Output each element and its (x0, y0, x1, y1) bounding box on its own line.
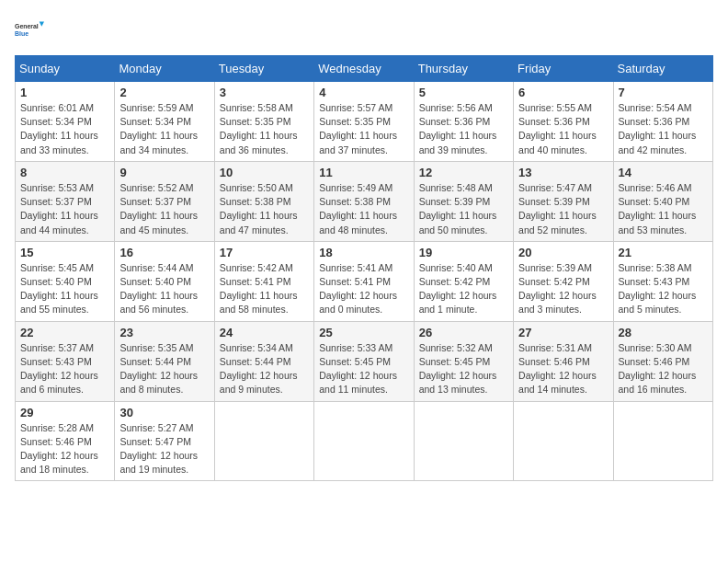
day-info: Sunrise: 5:59 AMSunset: 5:34 PMDaylight:… (119, 101, 209, 157)
calendar-day-cell (514, 401, 613, 481)
day-number: 2 (119, 86, 209, 99)
day-info: Sunrise: 5:55 AMSunset: 5:36 PMDaylight:… (518, 101, 608, 157)
calendar-day-cell: 5 Sunrise: 5:56 AMSunset: 5:36 PMDayligh… (414, 82, 513, 162)
day-info: Sunrise: 5:27 AMSunset: 5:47 PMDaylight:… (119, 421, 209, 477)
day-info: Sunrise: 5:47 AMSunset: 5:39 PMDaylight:… (518, 181, 608, 237)
day-header-friday: Friday (514, 56, 613, 82)
day-number: 27 (518, 326, 608, 339)
day-header-monday: Monday (115, 56, 214, 82)
day-info: Sunrise: 5:44 AMSunset: 5:40 PMDaylight:… (119, 261, 209, 317)
day-info: Sunrise: 5:32 AMSunset: 5:45 PMDaylight:… (419, 341, 508, 397)
day-header-sunday: Sunday (16, 56, 115, 82)
calendar-header-row: SundayMondayTuesdayWednesdayThursdayFrid… (16, 56, 713, 82)
day-info: Sunrise: 5:52 AMSunset: 5:37 PMDaylight:… (119, 181, 209, 237)
day-number: 11 (319, 166, 408, 179)
calendar-day-cell (214, 401, 313, 481)
day-info: Sunrise: 5:28 AMSunset: 5:46 PMDaylight:… (20, 421, 109, 477)
calendar-day-cell: 2 Sunrise: 5:59 AMSunset: 5:34 PMDayligh… (115, 82, 214, 162)
svg-text:Blue: Blue (15, 30, 28, 37)
calendar-day-cell: 16 Sunrise: 5:44 AMSunset: 5:40 PMDaylig… (115, 241, 214, 321)
calendar-day-cell: 7 Sunrise: 5:54 AMSunset: 5:36 PMDayligh… (613, 82, 712, 162)
logo: General Blue (15, 15, 44, 44)
day-info: Sunrise: 5:45 AMSunset: 5:40 PMDaylight:… (20, 261, 109, 317)
calendar-day-cell: 30 Sunrise: 5:27 AMSunset: 5:47 PMDaylig… (115, 401, 214, 481)
calendar-day-cell: 20 Sunrise: 5:39 AMSunset: 5:42 PMDaylig… (514, 241, 613, 321)
day-number: 9 (119, 166, 209, 179)
calendar-day-cell: 25 Sunrise: 5:33 AMSunset: 5:45 PMDaylig… (314, 321, 414, 401)
day-number: 10 (220, 166, 309, 179)
day-number: 7 (619, 86, 708, 99)
day-info: Sunrise: 5:38 AMSunset: 5:43 PMDaylight:… (619, 261, 708, 317)
calendar-day-cell: 8 Sunrise: 5:53 AMSunset: 5:37 PMDayligh… (16, 161, 115, 241)
calendar-day-cell: 12 Sunrise: 5:48 AMSunset: 5:39 PMDaylig… (414, 161, 513, 241)
calendar-day-cell: 4 Sunrise: 5:57 AMSunset: 5:35 PMDayligh… (314, 82, 414, 162)
calendar-day-cell: 22 Sunrise: 5:37 AMSunset: 5:43 PMDaylig… (16, 321, 115, 401)
calendar-week-row: 22 Sunrise: 5:37 AMSunset: 5:43 PMDaylig… (16, 321, 713, 401)
day-info: Sunrise: 5:53 AMSunset: 5:37 PMDaylight:… (20, 181, 109, 237)
calendar-week-row: 1 Sunrise: 6:01 AMSunset: 5:34 PMDayligh… (16, 82, 713, 162)
day-number: 4 (319, 86, 408, 99)
day-number: 22 (20, 326, 109, 339)
calendar-day-cell: 26 Sunrise: 5:32 AMSunset: 5:45 PMDaylig… (414, 321, 513, 401)
day-header-tuesday: Tuesday (214, 56, 313, 82)
day-number: 18 (319, 246, 408, 259)
day-info: Sunrise: 5:40 AMSunset: 5:42 PMDaylight:… (419, 261, 508, 317)
day-info: Sunrise: 5:35 AMSunset: 5:44 PMDaylight:… (119, 341, 209, 397)
calendar-day-cell: 19 Sunrise: 5:40 AMSunset: 5:42 PMDaylig… (414, 241, 513, 321)
day-number: 1 (20, 86, 109, 99)
day-number: 26 (419, 326, 508, 339)
calendar-day-cell: 6 Sunrise: 5:55 AMSunset: 5:36 PMDayligh… (514, 82, 613, 162)
day-header-saturday: Saturday (613, 56, 712, 82)
day-header-thursday: Thursday (414, 56, 513, 82)
day-number: 21 (619, 246, 708, 259)
day-number: 12 (419, 166, 508, 179)
day-info: Sunrise: 5:39 AMSunset: 5:42 PMDaylight:… (518, 261, 608, 317)
day-header-wednesday: Wednesday (314, 56, 414, 82)
calendar-day-cell: 17 Sunrise: 5:42 AMSunset: 5:41 PMDaylig… (214, 241, 313, 321)
calendar-day-cell: 3 Sunrise: 5:58 AMSunset: 5:35 PMDayligh… (214, 82, 313, 162)
day-number: 29 (20, 406, 109, 419)
day-number: 5 (419, 86, 508, 99)
calendar-day-cell: 27 Sunrise: 5:31 AMSunset: 5:46 PMDaylig… (514, 321, 613, 401)
calendar-day-cell: 21 Sunrise: 5:38 AMSunset: 5:43 PMDaylig… (613, 241, 712, 321)
svg-text:General: General (15, 23, 39, 29)
calendar-day-cell: 28 Sunrise: 5:30 AMSunset: 5:46 PMDaylig… (613, 321, 712, 401)
calendar-day-cell: 15 Sunrise: 5:45 AMSunset: 5:40 PMDaylig… (16, 241, 115, 321)
day-number: 16 (119, 246, 209, 259)
day-info: Sunrise: 5:46 AMSunset: 5:40 PMDaylight:… (619, 181, 708, 237)
day-info: Sunrise: 5:54 AMSunset: 5:36 PMDaylight:… (619, 101, 708, 157)
day-number: 24 (220, 326, 309, 339)
calendar-day-cell: 13 Sunrise: 5:47 AMSunset: 5:39 PMDaylig… (514, 161, 613, 241)
day-info: Sunrise: 5:30 AMSunset: 5:46 PMDaylight:… (619, 341, 708, 397)
day-number: 15 (20, 246, 109, 259)
calendar-day-cell: 1 Sunrise: 6:01 AMSunset: 5:34 PMDayligh… (16, 82, 115, 162)
calendar-day-cell: 23 Sunrise: 5:35 AMSunset: 5:44 PMDaylig… (115, 321, 214, 401)
day-info: Sunrise: 5:58 AMSunset: 5:35 PMDaylight:… (220, 101, 309, 157)
day-number: 28 (619, 326, 708, 339)
calendar-day-cell (414, 401, 513, 481)
calendar-day-cell: 9 Sunrise: 5:52 AMSunset: 5:37 PMDayligh… (115, 161, 214, 241)
calendar-week-row: 8 Sunrise: 5:53 AMSunset: 5:37 PMDayligh… (16, 161, 713, 241)
calendar-day-cell: 10 Sunrise: 5:50 AMSunset: 5:38 PMDaylig… (214, 161, 313, 241)
page-header: General Blue (15, 15, 713, 44)
day-info: Sunrise: 5:56 AMSunset: 5:36 PMDaylight:… (419, 101, 508, 157)
day-number: 13 (518, 166, 608, 179)
svg-marker-2 (40, 21, 44, 26)
calendar-day-cell (314, 401, 414, 481)
day-number: 8 (20, 166, 109, 179)
calendar-week-row: 15 Sunrise: 5:45 AMSunset: 5:40 PMDaylig… (16, 241, 713, 321)
logo-icon: General Blue (15, 15, 44, 44)
calendar-day-cell: 24 Sunrise: 5:34 AMSunset: 5:44 PMDaylig… (214, 321, 313, 401)
calendar-week-row: 29 Sunrise: 5:28 AMSunset: 5:46 PMDaylig… (16, 401, 713, 481)
day-info: Sunrise: 5:48 AMSunset: 5:39 PMDaylight:… (419, 181, 508, 237)
calendar-day-cell (613, 401, 712, 481)
day-number: 20 (518, 246, 608, 259)
calendar-table: SundayMondayTuesdayWednesdayThursdayFrid… (15, 55, 713, 481)
day-number: 6 (518, 86, 608, 99)
day-number: 30 (119, 406, 209, 419)
calendar-day-cell: 18 Sunrise: 5:41 AMSunset: 5:41 PMDaylig… (314, 241, 414, 321)
day-info: Sunrise: 5:37 AMSunset: 5:43 PMDaylight:… (20, 341, 109, 397)
day-number: 17 (220, 246, 309, 259)
calendar-day-cell: 11 Sunrise: 5:49 AMSunset: 5:38 PMDaylig… (314, 161, 414, 241)
calendar-day-cell: 29 Sunrise: 5:28 AMSunset: 5:46 PMDaylig… (16, 401, 115, 481)
